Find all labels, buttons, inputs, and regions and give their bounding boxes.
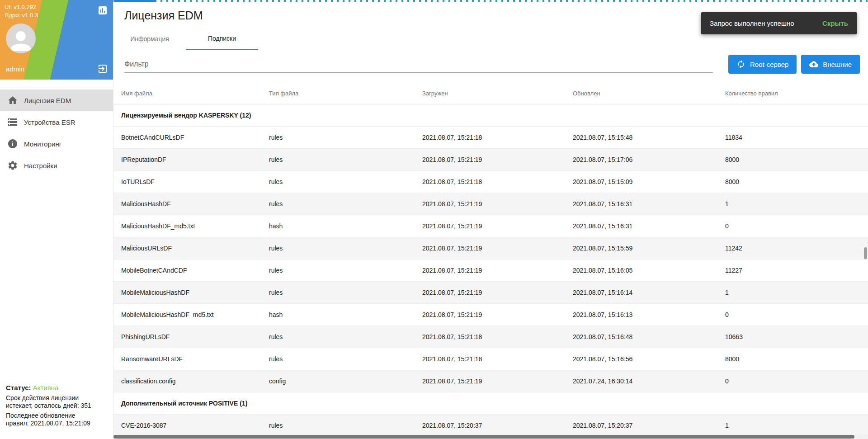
cell-filetype: rules	[269, 156, 422, 163]
cell-rules-count: 0	[725, 311, 868, 318]
toast-hide-button[interactable]: Скрыть	[822, 19, 848, 27]
cell-filetype: rules	[269, 289, 422, 296]
subscriptions-table: Имя файла Тип файла Загружен Обновлен Ко…	[113, 82, 868, 437]
ui-version: UI: v1.0.292	[5, 3, 38, 11]
filter-input[interactable]	[124, 56, 713, 73]
cell-updated: 2021.08.07, 15:16:56	[573, 355, 725, 363]
table-row[interactable]: MaliciousHashDFrules2021.08.07, 15:21:19…	[113, 193, 868, 215]
cell-rules-count: 8000	[725, 178, 868, 185]
sidebar-item-monitoring[interactable]: Мониторинг	[0, 133, 113, 155]
version-info: UI: v1.0.292 Ядро: v1.0.3	[5, 3, 38, 19]
sidebar-item-label: Лицензия EDM	[24, 97, 71, 104]
cell-filetype: rules	[269, 333, 422, 340]
cell-filetype: rules	[269, 267, 422, 274]
sidebar-item-label: Устройства ESR	[24, 118, 75, 126]
cell-uploaded: 2021.08.07, 15:21:18	[422, 134, 573, 141]
table-row[interactable]: MaliciousURLsDFrules2021.08.07, 15:21:19…	[113, 237, 868, 260]
table-row[interactable]: RansomwareURLsDFrules2021.08.07, 15:21:1…	[113, 348, 868, 370]
sidebar-item-settings[interactable]: Настройки	[0, 155, 113, 176]
sidebar-header: UI: v1.0.292 Ядро: v1.0.3 admin	[0, 0, 113, 80]
cell-updated: 2021.08.07, 15:15:48	[573, 134, 725, 141]
cell-rules-count: 0	[725, 222, 868, 230]
license-expiry-text: Срок действия лицензии истекает, осталос…	[6, 394, 108, 410]
root-server-button[interactable]: Root-сервер	[728, 55, 797, 74]
home-icon	[7, 95, 18, 106]
cell-uploaded: 2021.08.07, 15:21:19	[422, 222, 573, 230]
devices-icon	[7, 117, 18, 127]
cell-updated: 2021.08.07, 15:16:31	[573, 222, 725, 230]
logout-icon[interactable]	[97, 63, 108, 74]
toast-notification: Запрос выполнен успешно Скрыть	[701, 12, 857, 34]
table-row[interactable]: MobileMaliciousHashDFrules2021.08.07, 15…	[113, 282, 868, 304]
sidebar-item-devices-esr[interactable]: Устройства ESR	[0, 111, 113, 133]
sidebar-item-label: Настройки	[24, 162, 57, 170]
group-title: Лицензируемый вендор KASPERSKY (12)	[113, 112, 868, 119]
tab-label: Информация	[130, 35, 169, 42]
cell-filename: CVE-2016-3087	[113, 422, 269, 429]
horizontal-scrollbar-track	[113, 434, 868, 439]
cell-updated: 2021.08.07, 15:20:37	[573, 422, 725, 429]
dashboard-icon[interactable]	[97, 5, 108, 16]
monitoring-icon	[7, 138, 18, 149]
cell-updated: 2021.08.07, 15:16:31	[573, 200, 725, 208]
table-row[interactable]: MobileBotnetCAndCDFrules2021.08.07, 15:2…	[113, 260, 868, 282]
cell-uploaded: 2021.08.07, 15:21:19	[422, 267, 573, 274]
table-body: Лицензируемый вендор KASPERSKY (12)Botne…	[113, 104, 868, 437]
table-row[interactable]: MobileMaliciousHashDF_md5.txthash2021.08…	[113, 304, 868, 326]
status-badge: Активна	[33, 384, 59, 392]
tab-subscriptions[interactable]: Подписки	[186, 28, 258, 50]
button-label: Внешние	[823, 61, 852, 68]
table-row[interactable]: PhishingURLsDFrules2021.08.07, 15:21:182…	[113, 326, 868, 348]
cell-uploaded: 2021.08.07, 15:21:18	[422, 355, 573, 363]
cell-filetype: rules	[269, 134, 422, 141]
person-icon	[6, 26, 36, 53]
username: admin	[6, 65, 24, 73]
table-row[interactable]: IoTURLsDFrules2021.08.07, 15:21:182021.0…	[113, 171, 868, 193]
cell-uploaded: 2021.08.07, 15:21:19	[422, 311, 573, 318]
cell-rules-count: 8000	[725, 355, 868, 363]
cell-rules-count: 1	[725, 422, 868, 429]
cell-filetype: rules	[269, 355, 422, 363]
cell-filetype: hash	[269, 222, 422, 230]
horizontal-scrollbar[interactable]	[113, 435, 854, 439]
cell-uploaded: 2021.08.07, 15:21:18	[422, 178, 573, 185]
table-header: Имя файла Тип файла Загружен Обновлен Ко…	[113, 82, 868, 104]
cell-rules-count: 1	[725, 200, 868, 208]
cell-filename: classification.config	[113, 378, 269, 385]
cell-filetype: rules	[269, 178, 422, 185]
cell-updated: 2021.08.07, 15:16:48	[573, 333, 725, 340]
avatar	[6, 24, 36, 53]
last-update-text: Последнее обновление правил: 2021.08.07,…	[6, 412, 108, 427]
tab-information[interactable]: Информация	[113, 28, 186, 50]
cell-filename: MobileMaliciousHashDF	[113, 289, 269, 296]
button-label: Root-сервер	[750, 61, 788, 68]
cell-filetype: rules	[269, 422, 422, 429]
cell-rules-count: 11242	[725, 245, 868, 252]
cell-uploaded: 2021.08.07, 15:21:19	[422, 156, 573, 163]
cell-filename: RansomwareURLsDF	[113, 355, 269, 363]
external-button[interactable]: Внешние	[801, 55, 860, 74]
table-row[interactable]: IPReputationDFrules2021.08.07, 15:21:192…	[113, 149, 868, 171]
license-status-panel: Статус: Активна Срок действия лицензии и…	[0, 384, 113, 439]
column-header-filetype: Тип файла	[269, 90, 422, 97]
cell-uploaded: 2021.08.07, 15:21:18	[422, 333, 573, 340]
progress-bar-segment	[113, 0, 156, 2]
cell-filename: BotnetCAndCURLsDF	[113, 134, 269, 141]
cell-updated: 2021.07.24, 16:30:14	[573, 378, 725, 385]
cell-updated: 2021.08.07, 15:15:59	[573, 245, 725, 252]
column-header-uploaded: Загружен	[422, 90, 573, 97]
vertical-scrollbar[interactable]	[864, 247, 867, 259]
cloud-icon	[809, 60, 818, 69]
cell-filename: MaliciousURLsDF	[113, 245, 269, 252]
cell-rules-count: 0	[725, 378, 868, 385]
table-row[interactable]: CVE-2016-3087rules2021.08.07, 15:20:3720…	[113, 415, 868, 437]
table-row[interactable]: BotnetCAndCURLsDFrules2021.08.07, 15:21:…	[113, 127, 868, 149]
cell-updated: 2021.08.07, 15:16:05	[573, 267, 725, 274]
table-row[interactable]: MaliciousHashDF_md5.txthash2021.08.07, 1…	[113, 215, 868, 237]
cell-filename: MobileBotnetCAndCDF	[113, 267, 269, 274]
table-group-header: Дополнительный источник POSITIVE (1)	[113, 392, 868, 415]
table-group-header: Лицензируемый вендор KASPERSKY (12)	[113, 104, 868, 127]
sidebar-item-license-edm[interactable]: Лицензия EDM	[0, 90, 113, 111]
column-header-rules-count: Количество правил	[725, 90, 868, 97]
table-row[interactable]: classification.configconfig2021.08.07, 1…	[113, 370, 868, 392]
